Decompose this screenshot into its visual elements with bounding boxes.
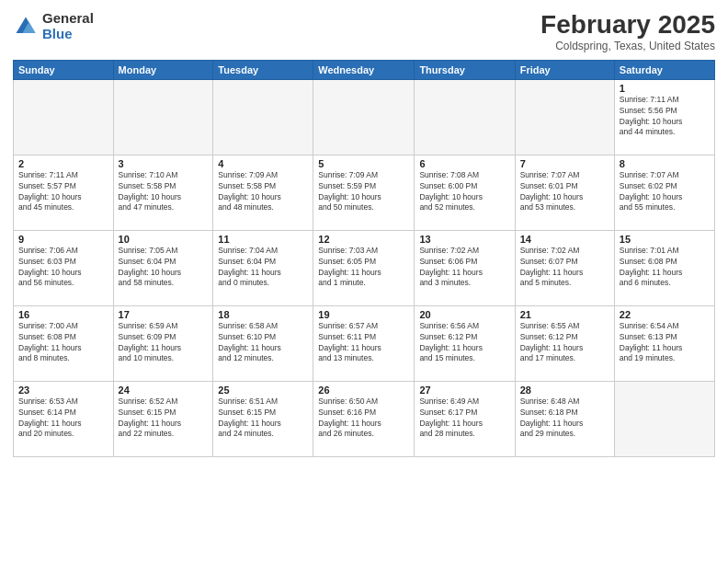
day-info: Sunrise: 7:10 AMSunset: 5:58 PMDaylight:…: [119, 170, 209, 214]
calendar-cell: 1Sunrise: 7:11 AMSunset: 5:56 PMDaylight…: [614, 79, 714, 155]
calendar-cell: 12Sunrise: 7:03 AMSunset: 6:05 PMDayligh…: [313, 230, 415, 305]
day-number: 27: [419, 385, 509, 396]
calendar-week-row: 9Sunrise: 7:06 AMSunset: 6:03 PMDaylight…: [14, 230, 715, 305]
weekday-header: Saturday: [614, 60, 714, 79]
calendar-cell: 4Sunrise: 7:09 AMSunset: 5:58 PMDaylight…: [213, 155, 313, 230]
calendar-cell: 16Sunrise: 7:00 AMSunset: 6:08 PMDayligh…: [14, 305, 114, 381]
day-number: 1: [620, 83, 710, 94]
day-number: 11: [218, 234, 308, 245]
day-number: 10: [119, 234, 209, 245]
calendar-cell: 25Sunrise: 6:51 AMSunset: 6:15 PMDayligh…: [213, 381, 313, 456]
calendar-week-row: 16Sunrise: 7:00 AMSunset: 6:08 PMDayligh…: [14, 305, 715, 381]
day-number: 23: [18, 385, 108, 396]
calendar-week-row: 1Sunrise: 7:11 AMSunset: 5:56 PMDaylight…: [14, 79, 715, 155]
day-number: 4: [218, 158, 308, 169]
title-block: February 2025 Coldspring, Texas, United …: [540, 11, 715, 52]
day-number: 2: [18, 158, 108, 169]
calendar-cell: 14Sunrise: 7:02 AMSunset: 6:07 PMDayligh…: [515, 230, 614, 305]
weekday-header: Friday: [515, 60, 614, 79]
calendar-cell: 7Sunrise: 7:07 AMSunset: 6:01 PMDaylight…: [515, 155, 614, 230]
day-info: Sunrise: 6:55 AMSunset: 6:12 PMDaylight:…: [520, 321, 609, 365]
day-number: 28: [520, 385, 609, 396]
calendar-cell: 27Sunrise: 6:49 AMSunset: 6:17 PMDayligh…: [415, 381, 515, 456]
day-info: Sunrise: 6:59 AMSunset: 6:09 PMDaylight:…: [119, 321, 209, 365]
day-info: Sunrise: 7:02 AMSunset: 6:07 PMDaylight:…: [520, 246, 609, 290]
day-number: 26: [318, 385, 409, 396]
day-number: 12: [318, 234, 409, 245]
day-info: Sunrise: 7:11 AMSunset: 5:57 PMDaylight:…: [18, 170, 108, 214]
calendar-cell: 8Sunrise: 7:07 AMSunset: 6:02 PMDaylight…: [614, 155, 714, 230]
day-number: 24: [119, 385, 209, 396]
calendar-cell: 13Sunrise: 7:02 AMSunset: 6:06 PMDayligh…: [415, 230, 515, 305]
location: Coldspring, Texas, United States: [540, 40, 715, 52]
day-info: Sunrise: 6:57 AMSunset: 6:11 PMDaylight:…: [318, 321, 409, 365]
day-info: Sunrise: 7:00 AMSunset: 6:08 PMDaylight:…: [18, 321, 108, 365]
page: General Blue February 2025 Coldspring, T…: [0, 0, 728, 563]
calendar-week-row: 23Sunrise: 6:53 AMSunset: 6:14 PMDayligh…: [14, 381, 715, 456]
day-info: Sunrise: 7:03 AMSunset: 6:05 PMDaylight:…: [318, 246, 409, 290]
logo-general: General: [42, 11, 94, 27]
day-info: Sunrise: 7:07 AMSunset: 6:02 PMDaylight:…: [620, 170, 710, 214]
weekday-header: Monday: [113, 60, 213, 79]
day-info: Sunrise: 7:11 AMSunset: 5:56 PMDaylight:…: [620, 95, 710, 139]
calendar-cell: 18Sunrise: 6:58 AMSunset: 6:10 PMDayligh…: [213, 305, 313, 381]
calendar-cell: 28Sunrise: 6:48 AMSunset: 6:18 PMDayligh…: [515, 381, 614, 456]
calendar: SundayMondayTuesdayWednesdayThursdayFrid…: [13, 60, 715, 457]
day-info: Sunrise: 6:54 AMSunset: 6:13 PMDaylight:…: [620, 321, 710, 365]
logo: General Blue: [13, 11, 94, 41]
calendar-cell: 2Sunrise: 7:11 AMSunset: 5:57 PMDaylight…: [14, 155, 114, 230]
day-info: Sunrise: 6:53 AMSunset: 6:14 PMDaylight:…: [18, 396, 108, 441]
day-number: 6: [419, 158, 509, 169]
day-info: Sunrise: 7:02 AMSunset: 6:06 PMDaylight:…: [419, 246, 509, 290]
header: General Blue February 2025 Coldspring, T…: [13, 11, 715, 52]
day-info: Sunrise: 7:06 AMSunset: 6:03 PMDaylight:…: [18, 246, 108, 290]
day-info: Sunrise: 6:58 AMSunset: 6:10 PMDaylight:…: [218, 321, 308, 365]
day-number: 13: [419, 234, 509, 245]
day-number: 20: [419, 309, 509, 320]
day-number: 14: [520, 234, 609, 245]
calendar-cell: 15Sunrise: 7:01 AMSunset: 6:08 PMDayligh…: [614, 230, 714, 305]
calendar-cell: [213, 79, 313, 155]
day-info: Sunrise: 7:07 AMSunset: 6:01 PMDaylight:…: [520, 170, 609, 214]
calendar-cell: 22Sunrise: 6:54 AMSunset: 6:13 PMDayligh…: [614, 305, 714, 381]
calendar-body: 1Sunrise: 7:11 AMSunset: 5:56 PMDaylight…: [14, 79, 715, 456]
day-number: 3: [119, 158, 209, 169]
calendar-cell: 19Sunrise: 6:57 AMSunset: 6:11 PMDayligh…: [313, 305, 415, 381]
calendar-cell: [415, 79, 515, 155]
day-number: 22: [620, 309, 710, 320]
day-info: Sunrise: 6:48 AMSunset: 6:18 PMDaylight:…: [520, 396, 609, 441]
calendar-cell: 26Sunrise: 6:50 AMSunset: 6:16 PMDayligh…: [313, 381, 415, 456]
calendar-cell: [515, 79, 614, 155]
calendar-cell: 24Sunrise: 6:52 AMSunset: 6:15 PMDayligh…: [113, 381, 213, 456]
day-info: Sunrise: 7:09 AMSunset: 5:58 PMDaylight:…: [218, 170, 308, 214]
day-info: Sunrise: 6:56 AMSunset: 6:12 PMDaylight:…: [419, 321, 509, 365]
calendar-cell: 20Sunrise: 6:56 AMSunset: 6:12 PMDayligh…: [415, 305, 515, 381]
calendar-cell: [113, 79, 213, 155]
day-number: 7: [520, 158, 609, 169]
weekday-header: Sunday: [14, 60, 114, 79]
weekday-row: SundayMondayTuesdayWednesdayThursdayFrid…: [14, 60, 715, 79]
calendar-cell: 6Sunrise: 7:08 AMSunset: 6:00 PMDaylight…: [415, 155, 515, 230]
day-number: 21: [520, 309, 609, 320]
logo-blue: Blue: [42, 27, 94, 42]
calendar-cell: [14, 79, 114, 155]
day-number: 18: [218, 309, 308, 320]
day-info: Sunrise: 6:49 AMSunset: 6:17 PMDaylight:…: [419, 396, 509, 441]
day-info: Sunrise: 6:52 AMSunset: 6:15 PMDaylight:…: [119, 396, 209, 441]
day-number: 19: [318, 309, 409, 320]
calendar-cell: [313, 79, 415, 155]
day-number: 15: [620, 234, 710, 245]
day-number: 8: [620, 158, 710, 169]
calendar-cell: 10Sunrise: 7:05 AMSunset: 6:04 PMDayligh…: [113, 230, 213, 305]
day-info: Sunrise: 7:01 AMSunset: 6:08 PMDaylight:…: [620, 246, 710, 290]
calendar-cell: 5Sunrise: 7:09 AMSunset: 5:59 PMDaylight…: [313, 155, 415, 230]
month-title: February 2025: [540, 11, 715, 40]
calendar-cell: [614, 381, 714, 456]
calendar-cell: 9Sunrise: 7:06 AMSunset: 6:03 PMDaylight…: [14, 230, 114, 305]
day-info: Sunrise: 6:51 AMSunset: 6:15 PMDaylight:…: [218, 396, 308, 441]
day-info: Sunrise: 7:04 AMSunset: 6:04 PMDaylight:…: [218, 246, 308, 290]
day-number: 16: [18, 309, 108, 320]
day-info: Sunrise: 7:05 AMSunset: 6:04 PMDaylight:…: [119, 246, 209, 290]
day-info: Sunrise: 6:50 AMSunset: 6:16 PMDaylight:…: [318, 396, 409, 441]
calendar-cell: 17Sunrise: 6:59 AMSunset: 6:09 PMDayligh…: [113, 305, 213, 381]
